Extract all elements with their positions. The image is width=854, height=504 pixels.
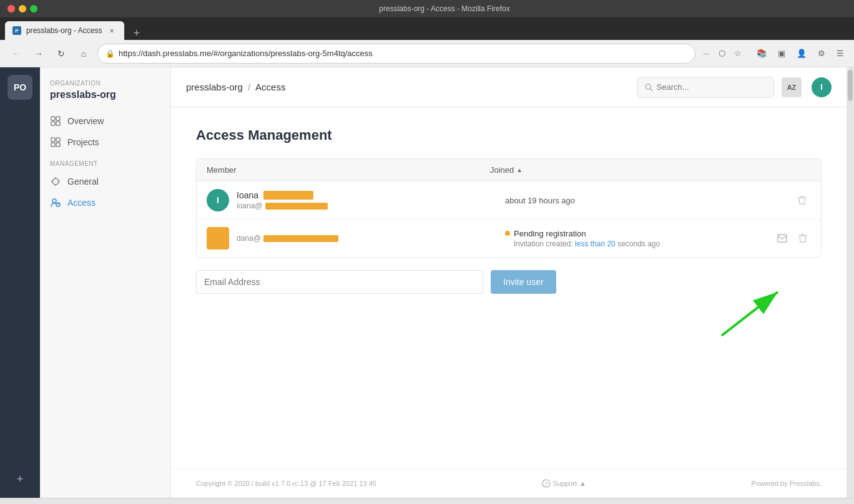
more-options-icon[interactable]: ··· [700, 46, 712, 61]
breadcrumb: presslabs-org / Access [186, 82, 285, 92]
tab-bar: P presslabs-org - Access ✕ + [0, 17, 854, 40]
sidebar-item-projects[interactable]: Projects [40, 132, 170, 153]
org-avatar[interactable]: PO [7, 75, 32, 100]
invite-form: Invite user [196, 270, 822, 294]
org-header: ORGANIZATION presslabs-org [40, 80, 170, 110]
svg-line-20 [722, 292, 778, 336]
pending-col-dana: Pending registration Invitation created:… [505, 229, 773, 248]
email-address-input[interactable] [196, 270, 483, 294]
table-row: I Ioana ioana@ about 19 hours ago [197, 182, 821, 220]
svg-rect-1 [56, 117, 60, 120]
add-icon[interactable]: + [9, 468, 31, 490]
title-bar: presslabs-org - Access - Mozilla Firefox [0, 0, 854, 17]
actions-ioana [773, 191, 811, 209]
org-name: presslabs-org [50, 89, 160, 100]
scrollbar[interactable] [847, 67, 854, 498]
pending-subtitle: Invitation created: less than 20 seconds… [505, 240, 773, 248]
footer-powered-by: Powered by Presslabs. [752, 480, 822, 487]
nav-bar: ← → ↻ ⌂ 🔒 https://dash.presslabs.me/#/or… [0, 40, 854, 67]
tab-close-button[interactable]: ✕ [107, 26, 117, 36]
header-search[interactable] [637, 77, 774, 98]
maximize-window-button[interactable] [30, 5, 37, 12]
sort-arrow: ▲ [516, 167, 523, 173]
footer-copyright: Copyright © 2020 / build v1.7.0-rc.13 @ … [196, 480, 376, 487]
bookmark-icon[interactable]: ☆ [732, 46, 744, 61]
pending-indicator [505, 231, 510, 236]
search-icon [645, 83, 653, 92]
active-tab[interactable]: P presslabs-org - Access ✕ [5, 21, 124, 40]
page-content: Access Management Member Joined ▲ I [171, 107, 847, 468]
member-info-dana: dana@ [237, 234, 505, 243]
invite-user-button[interactable]: Invite user [491, 270, 556, 294]
svg-rect-6 [51, 143, 55, 147]
management-label: MANAGEMENT [40, 153, 170, 171]
content-area: presslabs-org / Access AZ I Access Manag… [171, 67, 847, 498]
window-title: presslabs-org - Access - Mozilla Firefox [42, 4, 847, 13]
minimize-window-button[interactable] [19, 5, 26, 12]
settings-icon[interactable]: ⚙ [815, 46, 828, 61]
general-icon [50, 176, 61, 187]
horizontal-scrollbar[interactable] [0, 498, 854, 504]
forward-button[interactable]: → [30, 45, 47, 62]
browser-tools: 📚 ▣ 👤 ⚙ ☰ [754, 46, 847, 61]
access-icon [50, 197, 61, 208]
member-name-redacted [263, 191, 313, 200]
pocket-icon[interactable]: ⬡ [716, 46, 728, 61]
sidebar-item-overview[interactable]: Overview [40, 110, 170, 132]
breadcrumb-org: presslabs-org [186, 82, 243, 92]
menu-icon[interactable]: ☰ [834, 46, 847, 61]
svg-point-13 [52, 199, 56, 203]
table-row: dana@ Pending registration Invitation cr… [197, 220, 821, 257]
sidebar-projects-label: Projects [67, 137, 99, 147]
address-bar[interactable]: 🔒 https://dash.presslabs.me/#/organizati… [97, 44, 695, 64]
table-header: Member Joined ▲ [197, 159, 821, 182]
search-input[interactable] [657, 82, 766, 92]
delete-member-button-dana[interactable] [794, 230, 811, 247]
resend-invite-button[interactable] [773, 230, 790, 247]
svg-rect-5 [56, 138, 60, 142]
profile-icon[interactable]: 👤 [794, 46, 809, 61]
user-avatar[interactable]: I [812, 77, 832, 97]
actions-dana [773, 230, 811, 247]
close-window-button[interactable] [7, 5, 15, 12]
svg-rect-18 [778, 235, 787, 242]
svg-rect-2 [51, 122, 55, 125]
member-avatar-ioana: I [207, 189, 229, 211]
back-button[interactable]: ← [7, 45, 25, 62]
az-button[interactable]: AZ [782, 77, 802, 97]
member-email-ioana: ioana@ [237, 201, 505, 210]
member-email-dana: dana@ [237, 234, 505, 243]
page-title: Access Management [196, 127, 822, 143]
sidebar-toggle-icon[interactable]: ▣ [775, 46, 788, 61]
joined-value-ioana: about 19 hours ago [505, 196, 773, 205]
sidebar-item-general[interactable]: General [40, 171, 170, 192]
delete-member-button-ioana[interactable] [793, 191, 811, 209]
member-name-row: Ioana [237, 190, 505, 200]
member-avatar-dana [207, 227, 229, 250]
nav-extras: ··· ⬡ ☆ [700, 46, 744, 61]
svg-rect-3 [56, 122, 60, 125]
scrollbar-thumb[interactable] [848, 70, 853, 101]
tab-favicon: P [12, 26, 21, 35]
home-button[interactable]: ⌂ [75, 45, 92, 62]
breadcrumb-separator: / [248, 82, 250, 92]
new-tab-button[interactable]: + [129, 27, 144, 40]
sidebar-access-label: Access [67, 198, 96, 208]
support-link[interactable]: ? Support ▲ [542, 479, 586, 488]
dark-sidebar: PO + [0, 67, 40, 498]
col-actions-header [773, 165, 811, 175]
sidebar-overview-label: Overview [67, 116, 104, 126]
library-icon[interactable]: 📚 [754, 46, 769, 61]
traffic-lights [7, 5, 37, 12]
invitation-link[interactable]: less than 20 [575, 240, 616, 248]
member-name-ioana: Ioana [237, 190, 258, 200]
sidebar-general-label: General [67, 177, 99, 187]
light-sidebar: ORGANIZATION presslabs-org Overview [40, 67, 171, 498]
breadcrumb-page: Access [255, 82, 285, 92]
support-label: Support [553, 480, 577, 487]
reload-button[interactable]: ↻ [52, 45, 70, 62]
svg-rect-0 [51, 117, 55, 120]
sidebar-item-access[interactable]: Access [40, 192, 170, 213]
access-table: Member Joined ▲ I Ioana [196, 158, 822, 258]
svg-rect-4 [51, 138, 55, 142]
